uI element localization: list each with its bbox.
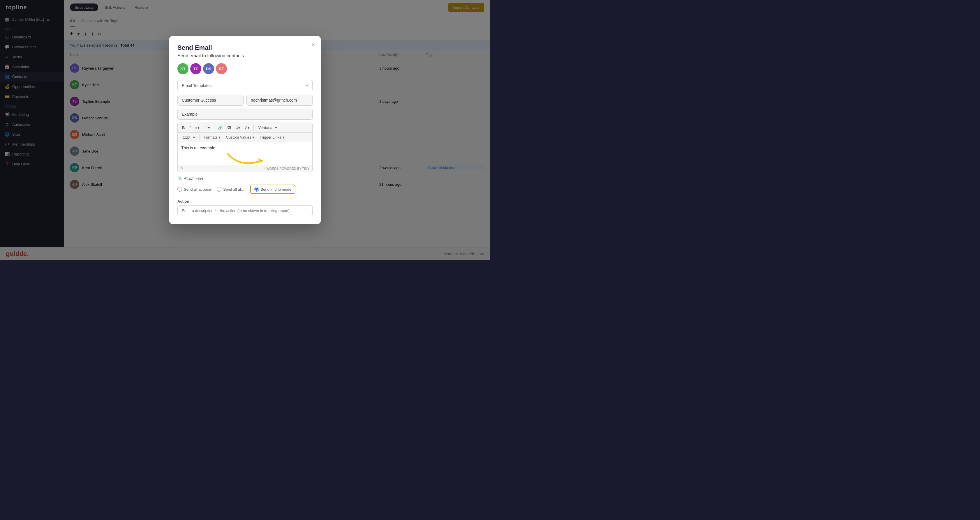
- send-drip-mode-option[interactable]: Send in drip mode: [250, 185, 296, 194]
- send-drip-mode-radio[interactable]: [255, 187, 259, 192]
- from-name-input[interactable]: [177, 95, 243, 106]
- text-color-button[interactable]: A▾: [243, 125, 251, 130]
- attach-files-button[interactable]: 📎 Attach Files: [177, 176, 313, 181]
- underline-button[interactable]: U▾: [234, 125, 242, 130]
- avatar-te: TE: [190, 63, 201, 74]
- paragraph-label: P: [181, 167, 183, 170]
- bold-button[interactable]: B: [181, 125, 186, 130]
- send-email-modal: × Send Email Send email to following con…: [169, 36, 321, 224]
- action-label: Action: [177, 199, 313, 203]
- word-count: 4 WORDS POWERED BY TINY: [264, 167, 309, 170]
- modal-overlay[interactable]: × Send Email Send email to following con…: [0, 0, 490, 260]
- toolbar-sep-1: [214, 125, 214, 130]
- formats-button[interactable]: Formats ▾: [202, 135, 222, 140]
- send-all-at-once-label: Send all at once: [184, 187, 211, 192]
- custom-values-button[interactable]: Custom Values ▾: [224, 135, 256, 140]
- toolbar-sep-2: [253, 125, 254, 130]
- trigger-links-button[interactable]: Trigger Links ▾: [258, 135, 286, 140]
- send-all-at-custom-label: Send all at...: [223, 187, 244, 192]
- italic-button[interactable]: I: [188, 125, 192, 130]
- modal-subtitle: Send email to following contacts: [177, 53, 313, 59]
- email-editor: B I ≡▾ ⋮▾ 🔗 🖼 U▾ A▾ Verdana 11pt | For: [177, 122, 313, 172]
- modal-title: Send Email: [177, 44, 313, 52]
- editor-footer: P 4 WORDS POWERED BY TINY: [178, 165, 312, 172]
- editor-content[interactable]: This is an example: [178, 142, 312, 165]
- send-drip-mode-label: Send in drip mode: [261, 187, 292, 192]
- from-email-input[interactable]: [247, 95, 313, 106]
- send-all-at-custom-option[interactable]: Send all at...: [217, 187, 244, 192]
- font-select[interactable]: Verdana: [256, 125, 278, 131]
- bullet-list-button[interactable]: ≡▾: [194, 125, 201, 130]
- contact-avatars-row: KT TE DS RT: [177, 63, 313, 74]
- action-input[interactable]: [177, 205, 313, 216]
- avatar-rt: RT: [216, 63, 227, 74]
- avatar-kt: KT: [177, 63, 188, 74]
- from-fields-row: [177, 95, 313, 106]
- modal-close-button[interactable]: ×: [312, 42, 315, 48]
- paperclip-icon: 📎: [177, 176, 182, 181]
- link-button[interactable]: 🔗: [216, 125, 224, 130]
- attach-files-label: Attach Files: [184, 176, 204, 181]
- send-all-at-once-option[interactable]: Send all at once: [177, 187, 211, 192]
- size-select[interactable]: 11pt: [181, 134, 196, 140]
- subject-input[interactable]: [177, 109, 313, 120]
- editor-text: This is an example: [181, 146, 215, 150]
- email-template-select[interactable]: Email Templates: [177, 80, 313, 91]
- image-button[interactable]: 🖼: [226, 125, 232, 130]
- avatar-ds: DS: [203, 63, 214, 74]
- send-all-at-custom-radio[interactable]: [217, 187, 221, 192]
- action-section: Action: [177, 199, 313, 216]
- send-options-row: Send all at once Send all at... Send in …: [177, 185, 313, 194]
- send-all-at-once-radio[interactable]: [177, 187, 182, 192]
- editor-toolbar-row2: 11pt | Formats ▾ Custom Values ▾ Trigger…: [178, 133, 312, 142]
- editor-toolbar: B I ≡▾ ⋮▾ 🔗 🖼 U▾ A▾ Verdana: [178, 123, 312, 133]
- numbered-list-button[interactable]: ⋮▾: [203, 125, 212, 130]
